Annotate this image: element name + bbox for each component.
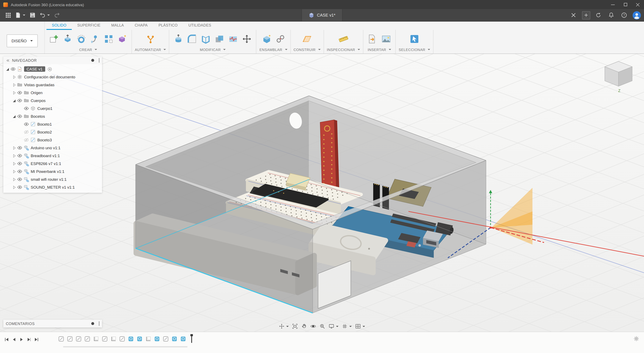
visibility-eye-off-icon[interactable] — [24, 129, 29, 135]
ribbon-group-label-ensamblar[interactable]: ENSAMBLAR — [260, 47, 287, 52]
timeline-scrollbar[interactable] — [63, 346, 188, 348]
timeline-feature-13-sketch[interactable] — [162, 336, 169, 342]
timeline-feature-4-sketch[interactable] — [84, 336, 90, 342]
timeline-feature-12-feature[interactable] — [154, 336, 160, 342]
tree-item-cuerpos[interactable]: Cuerpos — [3, 97, 102, 104]
visibility-eye-icon[interactable] — [10, 66, 16, 72]
tree-item-boceto2[interactable]: Boceto2 — [3, 128, 102, 136]
select-tool-button[interactable] — [408, 33, 420, 45]
ribbon-tab-malla[interactable]: MALLA — [106, 21, 129, 30]
insert-image-tool-button[interactable] — [380, 33, 392, 45]
tree-collapsed-arrow-icon[interactable] — [12, 169, 16, 174]
fit-nav-button[interactable] — [292, 323, 298, 329]
timeline-feature-8-sketch[interactable] — [119, 336, 125, 342]
tree-item-boceto3[interactable]: Boceto3 — [3, 136, 102, 144]
tree-item-mi-powerbank-v1-1[interactable]: MI Powerbank v1:1 — [3, 167, 102, 175]
ribbon-tab-superficie[interactable]: SUPERFICIE — [72, 21, 106, 30]
qat-undo-button[interactable] — [38, 10, 51, 20]
visibility-eye-icon[interactable] — [17, 153, 22, 158]
timeline-feature-10-feature[interactable] — [136, 336, 143, 342]
qat-app-grid-button[interactable] — [3, 10, 12, 20]
pan-nav-button[interactable] — [279, 323, 289, 329]
tree-item-cuerpo1[interactable]: Cuerpo1 — [3, 104, 102, 112]
tree-item-esp8266-v7-v1-1[interactable]: ESP8266 v7 v1:1 — [3, 160, 102, 167]
minimize-button[interactable] — [607, 0, 619, 9]
play-button[interactable] — [19, 336, 24, 341]
new-component-tool-button[interactable] — [260, 33, 273, 45]
fillet-tool-button[interactable] — [186, 33, 198, 45]
tree-item-boceto1[interactable]: Boceto1 — [3, 120, 102, 128]
timeline-feature-5-plane[interactable] — [93, 336, 99, 342]
tree-item-origen[interactable]: Origen — [3, 89, 102, 97]
zoom-nav-button[interactable] — [320, 323, 326, 329]
skip-end-button[interactable] — [34, 336, 39, 341]
step-back-button[interactable] — [12, 336, 16, 341]
tree-item-breadboard-v1-1[interactable]: Breadboard v1:1 — [3, 152, 102, 160]
sweep-tool-button[interactable] — [89, 33, 101, 45]
qat-bell-button[interactable] — [607, 10, 616, 20]
create-sketch-tool-button[interactable] — [48, 33, 60, 45]
tree-collapsed-arrow-icon[interactable] — [12, 145, 16, 150]
viewcube[interactable]: Z — [599, 59, 637, 94]
panel-grip[interactable] — [99, 321, 100, 326]
ribbon-group-label-modificar[interactable]: MODIFICAR — [172, 47, 253, 52]
workspace-selector[interactable]: DISEÑO — [7, 34, 38, 47]
press-pull-tool-button[interactable] — [172, 33, 185, 45]
visibility-eye-icon[interactable] — [17, 184, 22, 190]
timeline-marker[interactable] — [190, 335, 193, 343]
timeline-feature-11-plane[interactable] — [145, 336, 152, 342]
qat-close-x-button[interactable] — [569, 10, 578, 20]
ribbon-group-label-seleccionar[interactable]: SELECCIONAR — [399, 47, 430, 52]
tree-collapsed-arrow-icon[interactable] — [12, 153, 16, 158]
visibility-eye-icon[interactable] — [24, 106, 29, 111]
display-nav-button[interactable] — [329, 323, 339, 329]
tree-collapsed-arrow-icon[interactable] — [12, 74, 16, 79]
ribbon-tab-solido[interactable]: SOLIDO — [46, 21, 72, 30]
combine-tool-button[interactable] — [214, 33, 226, 45]
sound-meter-pcb[interactable] — [320, 120, 339, 194]
tree-collapsed-arrow-icon[interactable] — [12, 177, 16, 182]
visibility-eye-icon[interactable] — [17, 177, 22, 182]
ribbon-group-label-construir[interactable]: CONSTRUIR — [294, 47, 320, 52]
form-box-tool-button[interactable] — [116, 33, 128, 45]
timeline-feature-15-feature[interactable] — [180, 336, 186, 342]
visibility-eye-icon[interactable] — [17, 114, 22, 119]
visibility-eye-off-icon[interactable] — [24, 137, 29, 143]
ribbon-group-label-crear[interactable]: CREAR — [48, 47, 128, 52]
comments-header[interactable]: COMENTARIOS — [3, 320, 102, 328]
tree-item-small-wifi-router-v1-1[interactable]: small wifi router v1:1 — [3, 175, 102, 183]
tree-expanded-arrow-icon[interactable] — [12, 98, 16, 103]
timeline-settings-button[interactable] — [633, 336, 639, 342]
measure-tool-button[interactable] — [337, 33, 350, 45]
move-tool-button[interactable] — [241, 33, 253, 45]
grid-snaps-nav-button[interactable] — [342, 323, 352, 329]
qat-help-button[interactable]: ? — [620, 10, 629, 20]
qat-plus-button[interactable] — [582, 11, 590, 19]
tree-item-configuraci-n-del-documento[interactable]: Configuración del documento — [3, 73, 102, 81]
qat-file-doc-button[interactable] — [14, 10, 26, 20]
orbit-nav-button[interactable] — [310, 323, 316, 329]
viewports-nav-button[interactable] — [355, 323, 365, 329]
maximize-button[interactable] — [619, 0, 632, 9]
ribbon-group-label-insertar[interactable]: INSERTAR — [366, 47, 392, 52]
document-tab[interactable]: CASE v1* — [302, 9, 342, 21]
visibility-eye-icon[interactable] — [17, 90, 22, 95]
pattern-tool-button[interactable] — [102, 33, 115, 45]
tree-item-case-v1[interactable]: CASE v1 — [3, 65, 102, 73]
timeline-feature-2-sketch[interactable] — [67, 336, 73, 342]
visibility-eye-icon[interactable] — [17, 98, 22, 103]
panel-grip[interactable] — [99, 58, 100, 63]
close-button[interactable] — [632, 0, 644, 9]
tree-item-vistas-guardadas[interactable]: Vistas guardadas — [3, 81, 102, 89]
timeline-feature-3-sketch[interactable] — [76, 336, 82, 342]
timeline-feature-14-feature[interactable] — [171, 336, 178, 342]
tree-collapsed-arrow-icon[interactable] — [12, 161, 16, 166]
visibility-eye-icon[interactable] — [17, 145, 22, 150]
ribbon-tab-chapa[interactable]: CHAPA — [130, 21, 153, 30]
profile-avatar[interactable] — [632, 11, 641, 19]
ribbon-group-label-automatizar[interactable]: AUTOMATIZAR — [135, 47, 166, 52]
shell-tool-button[interactable] — [200, 33, 212, 45]
skip-start-button[interactable] — [4, 336, 9, 341]
timeline-feature-7-plane[interactable] — [110, 336, 116, 342]
panel-dot-button[interactable] — [91, 59, 94, 62]
